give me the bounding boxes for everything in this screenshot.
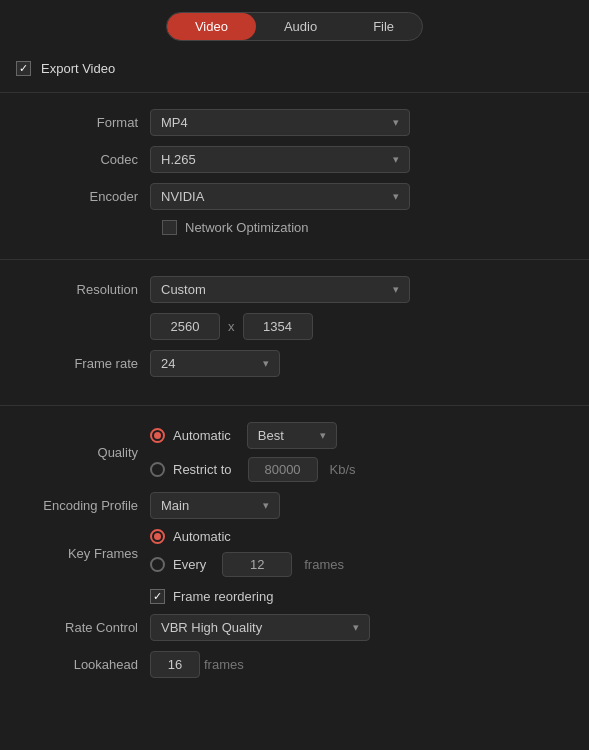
quality-restrict-unit: Kb/s: [330, 462, 356, 477]
divider-2: [0, 259, 589, 260]
codec-chevron-icon: ▾: [393, 153, 399, 166]
codec-value: H.265: [161, 152, 196, 167]
resolution-dropdown[interactable]: Custom ▾: [150, 276, 410, 303]
key-frames-every-input[interactable]: [222, 552, 292, 577]
frame-reordering-label: Frame reordering: [173, 589, 273, 604]
format-section: Format MP4 ▾ Codec H.265 ▾ Encoder NVIDI…: [0, 97, 589, 255]
tab-group: Video Audio File: [166, 12, 423, 41]
rate-control-chevron-icon: ▾: [353, 621, 359, 634]
rate-control-row: Rate Control VBR High Quality ▾: [20, 614, 569, 641]
frame-reorder-inner: ✓ Frame reordering: [150, 589, 273, 604]
tab-file[interactable]: File: [345, 13, 422, 40]
quality-restrict-label: Restrict to: [173, 462, 232, 477]
network-opt-label: Network Optimization: [185, 220, 309, 235]
quality-automatic-row: Automatic Best ▾: [150, 422, 356, 449]
codec-dropdown[interactable]: H.265 ▾: [150, 146, 410, 173]
lookahead-label: Lookahead: [20, 657, 150, 672]
network-opt-row: Network Optimization: [162, 220, 569, 235]
rate-control-label: Rate Control: [20, 620, 150, 635]
key-frames-row: Key Frames Automatic Every frames: [20, 529, 569, 577]
key-frames-every-label: Every: [173, 557, 206, 572]
format-dropdown[interactable]: MP4 ▾: [150, 109, 410, 136]
key-frames-every-unit: frames: [304, 557, 344, 572]
frame-reordering-checkmark: ✓: [153, 590, 162, 603]
frame-rate-dropdown[interactable]: 24 ▾: [150, 350, 280, 377]
key-frames-content: Automatic Every frames: [150, 529, 344, 577]
encoding-profile-chevron-icon: ▾: [263, 499, 269, 512]
quality-automatic-label: Automatic: [173, 428, 231, 443]
format-label: Format: [20, 115, 150, 130]
quality-restrict-input[interactable]: [248, 457, 318, 482]
codec-label: Codec: [20, 152, 150, 167]
encoder-row: Encoder NVIDIA ▾: [20, 183, 569, 210]
encoder-value: NVIDIA: [161, 189, 204, 204]
key-frames-automatic-radio[interactable]: [150, 529, 165, 544]
format-chevron-icon: ▾: [393, 116, 399, 129]
resolution-width-input[interactable]: [150, 313, 220, 340]
quality-label: Quality: [20, 445, 150, 460]
quality-best-value: Best: [258, 428, 284, 443]
quality-best-chevron-icon: ▾: [320, 429, 326, 442]
resolution-label: Resolution: [20, 282, 150, 297]
export-video-checkbox[interactable]: ✓: [16, 61, 31, 76]
resolution-row: Resolution Custom ▾: [20, 276, 569, 303]
quality-restrict-radio[interactable]: [150, 462, 165, 477]
tab-audio[interactable]: Audio: [256, 13, 345, 40]
frame-reordering-checkbox[interactable]: ✓: [150, 589, 165, 604]
key-frames-automatic-label: Automatic: [173, 529, 231, 544]
export-video-row: ✓ Export Video: [0, 51, 589, 88]
frame-rate-value: 24: [161, 356, 175, 371]
encoder-chevron-icon: ▾: [393, 190, 399, 203]
resolution-section: Resolution Custom ▾ x Frame rate 24 ▾: [0, 264, 589, 401]
resolution-inputs-row: x: [20, 313, 569, 340]
tab-video[interactable]: Video: [167, 13, 256, 40]
network-opt-checkbox[interactable]: [162, 220, 177, 235]
resolution-x-label: x: [228, 319, 235, 334]
divider-3: [0, 405, 589, 406]
lookahead-row: Lookahead frames: [20, 651, 569, 678]
frame-reordering-row: ✓ Frame reordering: [20, 587, 569, 604]
divider-1: [0, 92, 589, 93]
rate-control-value: VBR High Quality: [161, 620, 262, 635]
key-frames-every-row: Every frames: [150, 552, 344, 577]
export-video-label: Export Video: [41, 61, 115, 76]
encoding-profile-row: Encoding Profile Main ▾: [20, 492, 569, 519]
resolution-inputs: x: [150, 313, 313, 340]
encoder-label: Encoder: [20, 189, 150, 204]
encoder-dropdown[interactable]: NVIDIA ▾: [150, 183, 410, 210]
codec-row: Codec H.265 ▾: [20, 146, 569, 173]
encoding-profile-dropdown[interactable]: Main ▾: [150, 492, 280, 519]
lookahead-unit: frames: [204, 657, 244, 672]
format-value: MP4: [161, 115, 188, 130]
rate-control-dropdown[interactable]: VBR High Quality ▾: [150, 614, 370, 641]
key-frames-every-radio[interactable]: [150, 557, 165, 572]
lookahead-input[interactable]: [150, 651, 200, 678]
encoding-profile-value: Main: [161, 498, 189, 513]
tab-bar: Video Audio File: [0, 0, 589, 51]
resolution-value: Custom: [161, 282, 206, 297]
export-video-checkmark: ✓: [19, 62, 28, 75]
encoding-profile-label: Encoding Profile: [20, 498, 150, 513]
resolution-chevron-icon: ▾: [393, 283, 399, 296]
quality-automatic-radio[interactable]: [150, 428, 165, 443]
resolution-height-input[interactable]: [243, 313, 313, 340]
key-frames-label: Key Frames: [20, 546, 150, 561]
format-row: Format MP4 ▾: [20, 109, 569, 136]
quality-restrict-row: Restrict to Kb/s: [150, 457, 356, 482]
key-frames-automatic-row: Automatic: [150, 529, 344, 544]
frame-rate-row: Frame rate 24 ▾: [20, 350, 569, 377]
quality-section: Quality Automatic Best ▾ Restrict to Kb/…: [0, 410, 589, 702]
quality-row: Quality Automatic Best ▾ Restrict to Kb/…: [20, 422, 569, 482]
frame-rate-chevron-icon: ▾: [263, 357, 269, 370]
quality-best-dropdown[interactable]: Best ▾: [247, 422, 337, 449]
frame-rate-label: Frame rate: [20, 356, 150, 371]
